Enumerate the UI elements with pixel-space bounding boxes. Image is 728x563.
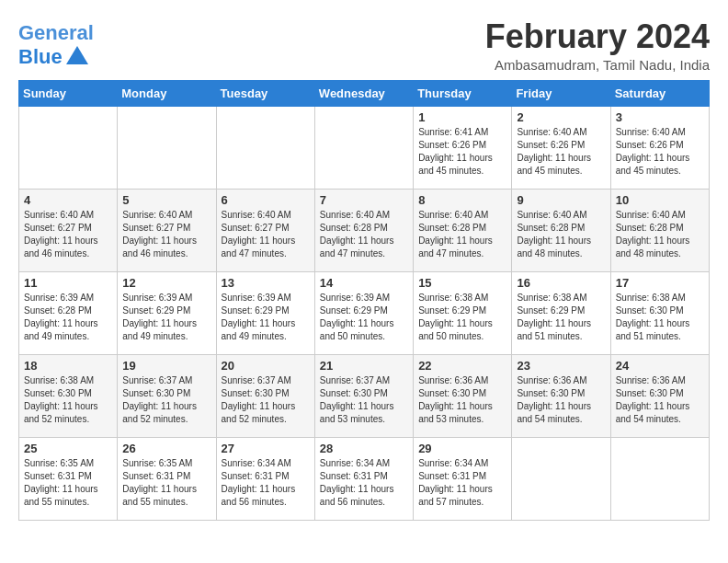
- day-info: Sunrise: 6:36 AMSunset: 6:30 PMDaylight:…: [418, 374, 506, 426]
- day-number: 24: [616, 359, 704, 373]
- day-info: Sunrise: 6:37 AMSunset: 6:30 PMDaylight:…: [122, 374, 210, 426]
- calendar-body: 1Sunrise: 6:41 AMSunset: 6:26 PMDaylight…: [19, 106, 710, 520]
- day-number: 3: [616, 110, 704, 124]
- day-info: Sunrise: 6:40 AMSunset: 6:26 PMDaylight:…: [517, 126, 605, 178]
- calendar-cell: 25Sunrise: 6:35 AMSunset: 6:31 PMDayligh…: [19, 437, 118, 520]
- calendar-cell: 26Sunrise: 6:35 AMSunset: 6:31 PMDayligh…: [118, 437, 216, 520]
- day-info: Sunrise: 6:36 AMSunset: 6:30 PMDaylight:…: [517, 374, 605, 426]
- calendar-cell: 12Sunrise: 6:39 AMSunset: 6:29 PMDayligh…: [118, 271, 216, 354]
- weekday-header-wednesday: Wednesday: [314, 80, 413, 106]
- day-info: Sunrise: 6:37 AMSunset: 6:30 PMDaylight:…: [320, 374, 408, 426]
- title-area: February 2024 Ambasamudram, Tamil Nadu, …: [485, 18, 710, 73]
- day-number: 21: [320, 359, 408, 373]
- week-row-1: 1Sunrise: 6:41 AMSunset: 6:26 PMDaylight…: [19, 106, 710, 189]
- weekday-header-monday: Monday: [118, 80, 216, 106]
- calendar-cell: [216, 106, 314, 189]
- calendar-cell: 20Sunrise: 6:37 AMSunset: 6:30 PMDayligh…: [216, 354, 314, 437]
- day-number: 13: [222, 276, 310, 290]
- day-info: Sunrise: 6:40 AMSunset: 6:27 PMDaylight:…: [122, 209, 210, 260]
- day-number: 14: [320, 276, 408, 290]
- weekday-header-saturday: Saturday: [610, 80, 709, 106]
- weekday-header-friday: Friday: [512, 80, 610, 106]
- day-number: 7: [320, 193, 408, 207]
- day-info: Sunrise: 6:40 AMSunset: 6:27 PMDaylight:…: [24, 209, 112, 260]
- day-info: Sunrise: 6:38 AMSunset: 6:30 PMDaylight:…: [616, 292, 704, 343]
- weekday-header-row: SundayMondayTuesdayWednesdayThursdayFrid…: [19, 80, 710, 106]
- day-number: 23: [517, 359, 605, 373]
- day-info: Sunrise: 6:35 AMSunset: 6:31 PMDaylight:…: [122, 457, 210, 509]
- day-number: 6: [222, 193, 310, 207]
- day-info: Sunrise: 6:40 AMSunset: 6:28 PMDaylight:…: [320, 209, 408, 260]
- calendar-cell: 4Sunrise: 6:40 AMSunset: 6:27 PMDaylight…: [19, 189, 118, 271]
- calendar-cell: 28Sunrise: 6:34 AMSunset: 6:31 PMDayligh…: [314, 437, 413, 520]
- day-number: 22: [418, 359, 506, 373]
- calendar-cell: [118, 106, 216, 189]
- svg-marker-0: [66, 46, 88, 64]
- logo: General Blue: [18, 22, 94, 70]
- location: Ambasamudram, Tamil Nadu, India: [485, 57, 710, 73]
- calendar-cell: 10Sunrise: 6:40 AMSunset: 6:28 PMDayligh…: [610, 189, 709, 271]
- day-info: Sunrise: 6:37 AMSunset: 6:30 PMDaylight:…: [222, 374, 310, 426]
- day-info: Sunrise: 6:40 AMSunset: 6:28 PMDaylight:…: [418, 209, 506, 260]
- header: General Blue February 2024 Ambasamudram,…: [18, 18, 710, 73]
- day-number: 15: [418, 276, 506, 290]
- day-number: 1: [418, 110, 506, 124]
- day-info: Sunrise: 6:40 AMSunset: 6:26 PMDaylight:…: [616, 126, 704, 178]
- day-info: Sunrise: 6:39 AMSunset: 6:29 PMDaylight:…: [222, 292, 310, 343]
- day-number: 11: [24, 276, 112, 290]
- calendar-cell: 9Sunrise: 6:40 AMSunset: 6:28 PMDaylight…: [512, 189, 610, 271]
- day-number: 19: [122, 359, 210, 373]
- calendar-cell: 19Sunrise: 6:37 AMSunset: 6:30 PMDayligh…: [118, 354, 216, 437]
- day-number: 8: [418, 193, 506, 207]
- day-info: Sunrise: 6:34 AMSunset: 6:31 PMDaylight:…: [418, 457, 506, 509]
- weekday-header-thursday: Thursday: [414, 80, 512, 106]
- day-number: 29: [418, 442, 506, 455]
- calendar-cell: [512, 437, 610, 520]
- week-row-3: 11Sunrise: 6:39 AMSunset: 6:28 PMDayligh…: [19, 271, 710, 354]
- day-number: 26: [122, 442, 210, 455]
- day-info: Sunrise: 6:39 AMSunset: 6:29 PMDaylight:…: [320, 292, 408, 343]
- calendar-cell: 21Sunrise: 6:37 AMSunset: 6:30 PMDayligh…: [314, 354, 413, 437]
- calendar-table: SundayMondayTuesdayWednesdayThursdayFrid…: [18, 80, 710, 521]
- week-row-4: 18Sunrise: 6:38 AMSunset: 6:30 PMDayligh…: [19, 354, 710, 437]
- day-number: 16: [517, 276, 605, 290]
- day-info: Sunrise: 6:39 AMSunset: 6:28 PMDaylight:…: [24, 292, 112, 343]
- day-number: 17: [616, 276, 704, 290]
- day-number: 2: [517, 110, 605, 124]
- calendar-cell: 17Sunrise: 6:38 AMSunset: 6:30 PMDayligh…: [610, 271, 709, 354]
- calendar-cell: 8Sunrise: 6:40 AMSunset: 6:28 PMDaylight…: [414, 189, 512, 271]
- day-number: 27: [222, 442, 310, 455]
- day-number: 9: [517, 193, 605, 207]
- week-row-5: 25Sunrise: 6:35 AMSunset: 6:31 PMDayligh…: [19, 437, 710, 520]
- calendar-cell: 27Sunrise: 6:34 AMSunset: 6:31 PMDayligh…: [216, 437, 314, 520]
- day-info: Sunrise: 6:38 AMSunset: 6:30 PMDaylight:…: [24, 374, 112, 426]
- day-info: Sunrise: 6:41 AMSunset: 6:26 PMDaylight:…: [418, 126, 506, 178]
- weekday-header-sunday: Sunday: [19, 80, 118, 106]
- day-info: Sunrise: 6:40 AMSunset: 6:27 PMDaylight:…: [222, 209, 310, 260]
- calendar-cell: 3Sunrise: 6:40 AMSunset: 6:26 PMDaylight…: [610, 106, 709, 189]
- day-number: 10: [616, 193, 704, 207]
- calendar-cell: 1Sunrise: 6:41 AMSunset: 6:26 PMDaylight…: [414, 106, 512, 189]
- day-info: Sunrise: 6:38 AMSunset: 6:29 PMDaylight:…: [517, 292, 605, 343]
- calendar-cell: [610, 437, 709, 520]
- day-number: 20: [222, 359, 310, 373]
- calendar-cell: 23Sunrise: 6:36 AMSunset: 6:30 PMDayligh…: [512, 354, 610, 437]
- day-number: 25: [24, 442, 112, 455]
- calendar-cell: 14Sunrise: 6:39 AMSunset: 6:29 PMDayligh…: [314, 271, 413, 354]
- calendar-cell: 5Sunrise: 6:40 AMSunset: 6:27 PMDaylight…: [118, 189, 216, 271]
- calendar-cell: 16Sunrise: 6:38 AMSunset: 6:29 PMDayligh…: [512, 271, 610, 354]
- calendar-cell: 6Sunrise: 6:40 AMSunset: 6:27 PMDaylight…: [216, 189, 314, 271]
- logo-general: General: [18, 21, 94, 44]
- calendar-cell: 29Sunrise: 6:34 AMSunset: 6:31 PMDayligh…: [414, 437, 512, 520]
- calendar-cell: 2Sunrise: 6:40 AMSunset: 6:26 PMDaylight…: [512, 106, 610, 189]
- week-row-2: 4Sunrise: 6:40 AMSunset: 6:27 PMDaylight…: [19, 189, 710, 271]
- calendar-cell: [19, 106, 118, 189]
- day-info: Sunrise: 6:40 AMSunset: 6:28 PMDaylight:…: [517, 209, 605, 260]
- calendar-cell: 11Sunrise: 6:39 AMSunset: 6:28 PMDayligh…: [19, 271, 118, 354]
- day-info: Sunrise: 6:35 AMSunset: 6:31 PMDaylight:…: [24, 457, 112, 509]
- day-info: Sunrise: 6:36 AMSunset: 6:30 PMDaylight:…: [616, 374, 704, 426]
- calendar-cell: 15Sunrise: 6:38 AMSunset: 6:29 PMDayligh…: [414, 271, 512, 354]
- day-number: 12: [122, 276, 210, 290]
- day-number: 28: [320, 442, 408, 455]
- calendar-cell: 18Sunrise: 6:38 AMSunset: 6:30 PMDayligh…: [19, 354, 118, 437]
